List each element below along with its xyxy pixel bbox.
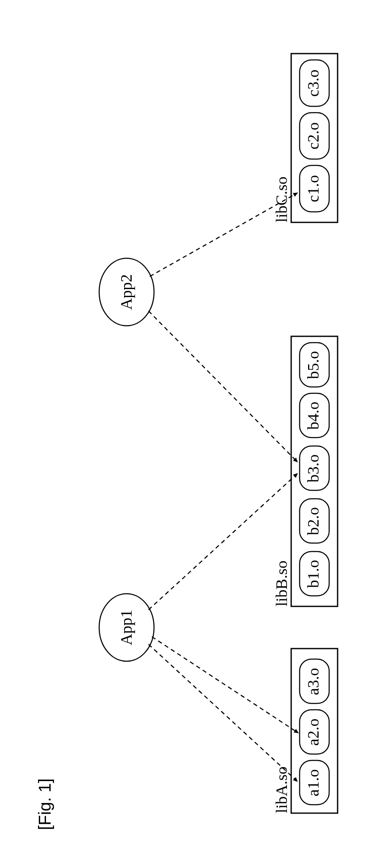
figure-label: [Fig. 1] [35,779,54,830]
libB-obj-b1-label: b1.o [304,560,322,588]
libC-obj-c3: c3.o [300,60,329,106]
libB-obj-b5-label: b5.o [304,351,322,379]
libB-name: libB.so [273,560,290,606]
libB-obj-b3: b3.o [300,446,329,490]
libA-name: libA.so [273,766,290,813]
libC-obj-c1-label: c1.o [304,175,322,202]
libA-obj-a1-label: a1.o [304,769,322,796]
libA-obj-a2-label: a2.o [304,719,322,746]
libB-obj-b2-label: b2.o [304,507,322,535]
app2-label: App2 [117,274,135,310]
libB-obj-b5: b5.o [300,343,329,387]
libC-obj-c1: c1.o [300,165,329,212]
libB-box: libB.so b1.o b2.o b3.o b4.o b5.o [273,336,338,606]
libB-obj-b4-label: b4.o [304,402,322,430]
app1-label: App1 [117,610,135,645]
libA-obj-a2: a2.o [300,710,329,754]
libA-obj-a3-label: a3.o [304,668,322,695]
libA-obj-a1: a1.o [300,760,329,805]
app1-node: App1 [99,594,154,661]
app2-node: App2 [99,258,154,326]
libC-box: libC.so c1.o c2.o c3.o [273,54,338,222]
libC-obj-c2-label: c2.o [304,122,322,149]
edge-app2-b3 [149,311,298,462]
libA-box: libA.so a1.o a2.o a3.o [273,649,338,813]
libB-obj-b4: b4.o [300,393,329,438]
libB-obj-b2: b2.o [300,499,329,543]
libA-obj-a3: a3.o [300,659,329,703]
libC-name: libC.so [273,176,290,222]
libC-obj-c3-label: c3.o [304,70,322,97]
edge-app1-a2 [152,637,298,733]
libC-obj-c2: c2.o [300,113,329,159]
edge-app1-a1 [149,644,298,781]
libB-obj-b1: b1.o [300,552,329,596]
libB-obj-b3-label: b3.o [304,454,322,483]
